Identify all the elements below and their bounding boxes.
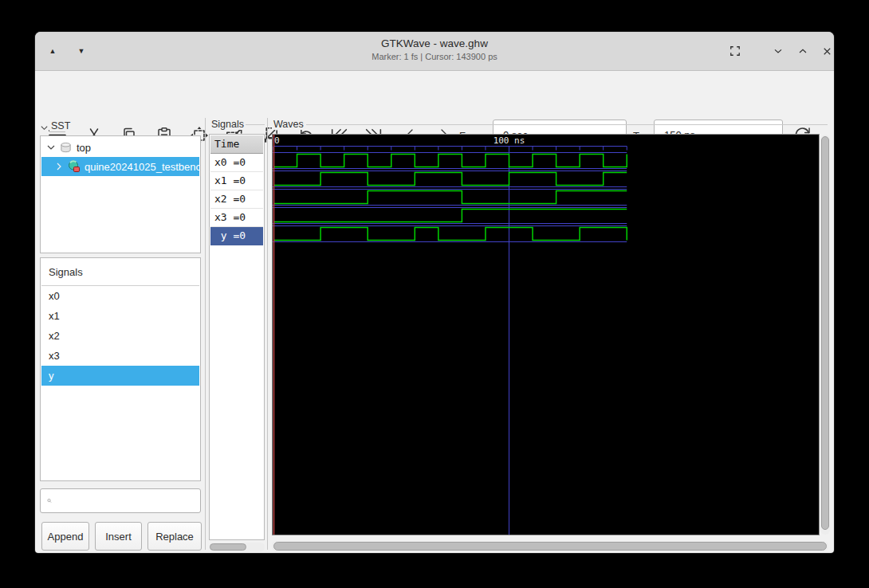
name-row-x2[interactable]: x2 =0	[210, 190, 263, 209]
waves-frame-line	[306, 124, 828, 125]
facility-item-x1[interactable]: x1	[41, 306, 199, 326]
minimize-button[interactable]	[767, 40, 789, 62]
maximize-button[interactable]	[792, 40, 814, 62]
svg-text:0: 0	[274, 135, 280, 146]
waveform-plot: 0100 ns	[273, 135, 819, 535]
chevron-down-icon	[772, 45, 784, 57]
wave-vscrollbar-track[interactable]	[820, 135, 830, 535]
wave-hscrollbar-track[interactable]	[272, 541, 828, 551]
names-frame-line	[244, 124, 265, 125]
toolbar: From: To:	[35, 71, 834, 116]
names-hscrollbar-thumb[interactable]	[210, 543, 246, 551]
close-icon	[821, 45, 833, 57]
sst-expander-chevron-down-icon[interactable]	[40, 123, 49, 132]
fullscreen-button[interactable]	[724, 40, 746, 62]
close-button[interactable]	[816, 40, 834, 62]
scope-cylinder-icon	[60, 142, 72, 154]
chevron-right-icon[interactable]	[54, 162, 64, 171]
facility-panel-title: Signals	[41, 259, 199, 286]
names-panel-title: Signals	[210, 119, 246, 130]
titlebar[interactable]: ▲ ▼ GTKWave - wave.ghw Marker: 1 fs | Cu…	[35, 32, 834, 71]
wave-hscrollbar-thumb[interactable]	[273, 542, 827, 551]
waves-panel-title: Waves	[272, 119, 305, 130]
facility-item-x3[interactable]: x3	[41, 346, 199, 366]
gtkwave-window: ▲ ▼ GTKWave - wave.ghw Marker: 1 fs | Cu…	[35, 32, 834, 553]
wave-canvas[interactable]: 0100 ns	[272, 134, 820, 535]
facility-item-x2[interactable]: x2	[41, 326, 199, 346]
chevron-up-icon	[796, 45, 809, 57]
wave-vscrollbar-thumb[interactable]	[821, 136, 829, 530]
window-title: GTKWave - wave.ghw	[35, 37, 834, 49]
name-row-x1[interactable]: x1 =0	[210, 172, 263, 190]
search-input[interactable]	[57, 494, 200, 508]
chevron-down-icon[interactable]	[46, 143, 56, 152]
tree-node-testbench[interactable]: quine20241025_testbench	[41, 157, 199, 176]
tree-node-label: quine20241025_testbench	[85, 161, 199, 173]
module-icon	[68, 160, 81, 173]
marker-cursor-status: Marker: 1 fs | Cursor: 143900 ps	[35, 52, 834, 61]
fullscreen-icon	[728, 44, 742, 58]
sst-header-label: SST	[49, 120, 72, 131]
name-row-y[interactable]: y =0	[210, 227, 263, 245]
search-icon	[47, 495, 52, 507]
name-row-x3[interactable]: x3 =0	[210, 209, 263, 227]
signal-search-box[interactable]	[40, 488, 201, 513]
time-header: Time	[210, 135, 263, 154]
facility-item-y[interactable]: y	[41, 366, 199, 386]
splitter-right[interactable]	[267, 118, 268, 550]
append-button[interactable]: Append	[41, 522, 89, 551]
tree-node-top[interactable]: top	[41, 138, 199, 157]
sst-tree-panel[interactable]: top quine20241025_testbench	[40, 135, 201, 253]
svg-text:100 ns: 100 ns	[493, 135, 525, 146]
names-hscrollbar-track[interactable]	[209, 543, 265, 551]
facility-list-panel[interactable]: Signals x0 x1 x2 x3 y	[40, 257, 201, 481]
splitter-left[interactable]	[205, 118, 206, 550]
insert-button[interactable]: Insert	[95, 522, 142, 551]
replace-button[interactable]: Replace	[147, 522, 202, 551]
tree-node-label: top	[77, 142, 91, 154]
signal-names-panel[interactable]: Time x0 =0 x1 =0 x2 =0 x3 =0 y =0	[209, 134, 265, 540]
name-row-x0[interactable]: x0 =0	[210, 154, 263, 172]
facility-item-x0[interactable]: x0	[41, 286, 199, 306]
